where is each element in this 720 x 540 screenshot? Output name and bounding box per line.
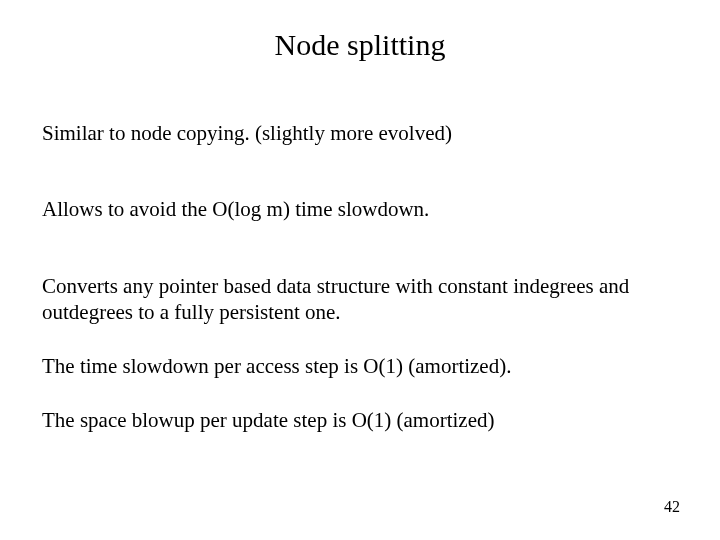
page-number: 42 xyxy=(664,498,680,516)
paragraph: Similar to node copying. (slightly more … xyxy=(42,120,678,146)
paragraph: Converts any pointer based data structur… xyxy=(42,273,678,326)
paragraph: The space blowup per update step is O(1)… xyxy=(42,407,678,433)
slide: Node splitting Similar to node copying. … xyxy=(0,0,720,540)
slide-body: Similar to node copying. (slightly more … xyxy=(42,120,678,434)
paragraph: Allows to avoid the O(log m) time slowdo… xyxy=(42,196,678,222)
paragraph: The time slowdown per access step is O(1… xyxy=(42,353,678,379)
slide-title: Node splitting xyxy=(42,28,678,62)
